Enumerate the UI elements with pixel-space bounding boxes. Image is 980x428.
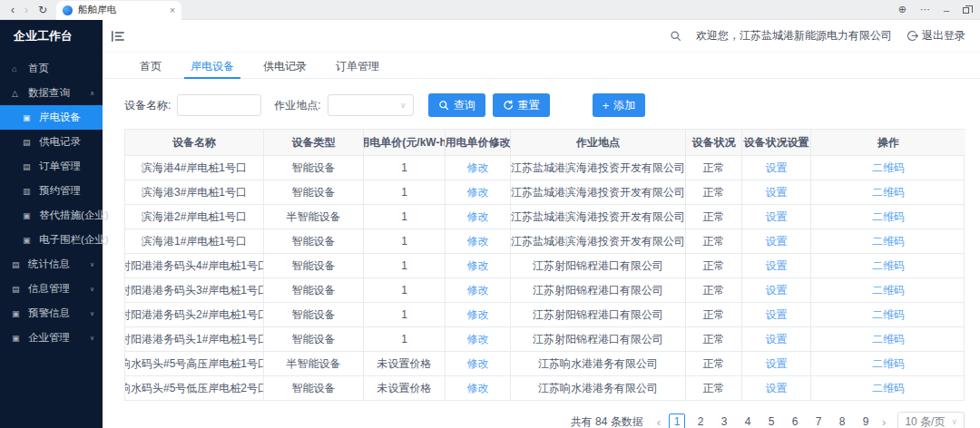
reset-icon [503, 100, 514, 111]
page-prev-icon[interactable]: ‹ [657, 415, 661, 428]
pagination-total: 共有 84 条数据 [571, 414, 643, 428]
cell-device-name: 滨海港4#岸电桩1号口 [125, 156, 264, 180]
cell-value: 江苏射阳锦程港口有限公司 [511, 254, 686, 277]
sidebar-item-power-supply-records[interactable]: ▤供电记录 [0, 130, 103, 154]
setting-link[interactable]: 设置 [766, 185, 788, 200]
page-number-9[interactable]: 9 [858, 413, 874, 428]
setting-link[interactable]: 设置 [766, 283, 788, 298]
page-number-4[interactable]: 4 [740, 413, 756, 428]
add-button[interactable]: + 添加 [593, 93, 646, 117]
qrcode-link[interactable]: 二维码 [872, 356, 905, 372]
sidebar-item-warning-info[interactable]: ▣预警信息∨ [0, 301, 103, 326]
page-number-2[interactable]: 2 [692, 413, 709, 428]
cell-value: 1 [364, 278, 446, 302]
modify-link[interactable]: 修改 [467, 258, 489, 274]
sidebar-item-order-management[interactable]: ▤订单管理 [0, 154, 103, 179]
qrcode-link[interactable]: 二维码 [872, 283, 905, 298]
tab-order-management[interactable]: 订单管理 [321, 53, 394, 78]
setting-link[interactable]: 设置 [766, 381, 788, 396]
sidebar-collapse-icon[interactable] [111, 30, 125, 43]
setting-link[interactable]: 设置 [766, 160, 788, 176]
page-number-6[interactable]: 6 [787, 413, 803, 428]
page-number-3[interactable]: 3 [716, 413, 732, 428]
modify-link[interactable]: 修改 [467, 283, 489, 298]
qrcode-link[interactable]: 二维码 [872, 160, 905, 176]
page-number-8[interactable]: 8 [834, 413, 850, 428]
setting-link[interactable]: 设置 [766, 234, 788, 249]
tab-home[interactable]: 首页 [125, 53, 176, 78]
cell-value: 1 [364, 229, 446, 253]
page-number-1[interactable]: 1 [669, 413, 685, 428]
sidebar-item-label: 首页 [28, 62, 49, 75]
setting-link[interactable]: 设置 [766, 332, 788, 347]
setting-link[interactable]: 设置 [766, 307, 788, 323]
location-select[interactable]: ∨ [328, 94, 414, 116]
sidebar-item-alternative-measures[interactable]: ▣替代措施(企业) [0, 203, 103, 228]
browser-back-icon[interactable]: ‹ [11, 4, 15, 16]
browser-refresh-icon[interactable]: ↻ [38, 4, 47, 16]
sidebar-item-reservation-management[interactable]: ▥预约管理 [0, 179, 103, 203]
enterprise-management-icon: ▣ [12, 334, 24, 343]
column-header: 作业地点 [511, 130, 686, 155]
top-header: 欢迎您，江苏盐城港新能源电力有限公司 退出登录 [103, 20, 980, 53]
cell-value: 正常 [686, 205, 742, 229]
window-restore-icon[interactable] [963, 7, 969, 14]
sidebar-item-statistics-info[interactable]: ▤统计信息∨ [0, 252, 103, 277]
logout-button[interactable]: 退出登录 [906, 28, 965, 44]
browser-tab[interactable]: 船舶岸电 × [56, 1, 181, 20]
cell-setting-link-wrap: 设置 [742, 180, 811, 204]
cell-value: 1 [364, 303, 446, 326]
qrcode-link[interactable]: 二维码 [872, 234, 905, 249]
sidebar-item-data-query[interactable]: △数据查询∧ [0, 81, 103, 105]
setting-link[interactable]: 设置 [766, 209, 788, 225]
modify-link[interactable]: 修改 [467, 234, 489, 249]
reset-button[interactable]: 重置 [493, 93, 550, 117]
modify-link[interactable]: 修改 [467, 332, 489, 347]
qrcode-link[interactable]: 二维码 [872, 185, 905, 200]
modify-link[interactable]: 修改 [467, 185, 489, 200]
sidebar-item-enterprise-management[interactable]: ▣企业管理∨ [0, 326, 103, 350]
screen: ‹ › ↻ 船舶岸电 × ⊕ ⋯ – 企业工作台 ⌂首页△数据查询∧▣岸电设备▤… [0, 0, 980, 428]
sidebar-item-shore-power-device[interactable]: ▣岸电设备 [0, 105, 103, 130]
sidebar-item-electronic-fence[interactable]: ▣电子围栏(企业) [0, 228, 103, 252]
page-next-icon[interactable]: › [882, 415, 886, 428]
cell-value: 江苏盐城港滨海港投资开发有限公司 [511, 229, 686, 253]
cell-modify-link-wrap: 修改 [446, 352, 511, 375]
tab-close-icon[interactable]: × [170, 5, 175, 15]
cell-value: 1 [364, 156, 446, 180]
page-number-5[interactable]: 5 [763, 413, 779, 428]
tab-power-supply-records[interactable]: 供电记录 [249, 53, 321, 78]
qrcode-link[interactable]: 二维码 [872, 307, 905, 323]
search-button[interactable]: 查询 [428, 93, 485, 117]
cell-qrcode-link-wrap: 二维码 [811, 156, 965, 180]
globe-icon[interactable]: ⊕ [898, 4, 906, 15]
cell-qrcode-link-wrap: 二维码 [811, 376, 965, 400]
window-minimize-icon[interactable]: – [944, 5, 949, 15]
modify-link[interactable]: 修改 [467, 356, 489, 372]
sidebar-item-label: 预约管理 [39, 184, 81, 198]
setting-link[interactable]: 设置 [766, 258, 788, 274]
qrcode-link[interactable]: 二维码 [872, 258, 905, 274]
modify-link[interactable]: 修改 [467, 160, 489, 176]
tab-shore-power-device[interactable]: 岸电设备 [176, 53, 249, 78]
modify-link[interactable]: 修改 [467, 209, 489, 225]
setting-link[interactable]: 设置 [766, 356, 788, 372]
search-icon[interactable] [670, 30, 681, 42]
page-size-select[interactable]: 10 条/页 ∨ [897, 412, 965, 428]
cell-setting-link-wrap: 设置 [742, 327, 811, 351]
modify-link[interactable]: 修改 [467, 381, 489, 396]
qrcode-link[interactable]: 二维码 [872, 209, 905, 225]
cell-value: 未设置价格 [364, 352, 446, 375]
qrcode-link[interactable]: 二维码 [872, 332, 905, 347]
sidebar-item-home[interactable]: ⌂首页 [0, 56, 103, 81]
cell-modify-link-wrap: 修改 [446, 303, 511, 326]
modify-link[interactable]: 修改 [467, 307, 489, 323]
device-name-input[interactable] [177, 94, 261, 116]
browser-more-icon[interactable]: ⋯ [920, 4, 930, 15]
cell-modify-link-wrap: 修改 [446, 278, 511, 302]
qrcode-link[interactable]: 二维码 [872, 381, 905, 396]
table-row: 滨海港3#岸电桩1号口智能设备1修改江苏盐城港滨海港投资开发有限公司正常设置二维… [125, 180, 964, 205]
sidebar-item-label: 替代措施(企业) [39, 209, 109, 222]
page-number-7[interactable]: 7 [810, 413, 827, 428]
sidebar-item-info-management[interactable]: ▤信息管理∨ [0, 277, 103, 301]
